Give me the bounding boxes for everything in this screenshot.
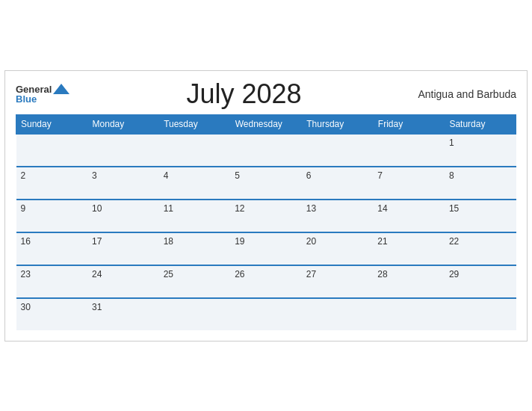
calendar-day-cell: 31	[87, 298, 159, 330]
calendar-day-cell: 16	[16, 232, 88, 265]
calendar-day-cell: 15	[445, 200, 516, 232]
calendar-day-cell: 2	[16, 167, 88, 200]
calendar-day-cell: 22	[445, 232, 516, 265]
day-number: 29	[449, 269, 459, 279]
col-wednesday: Wednesday	[230, 114, 302, 134]
day-number: 9	[21, 203, 26, 214]
calendar-day-cell: 26	[230, 265, 302, 298]
calendar-title: July 2028	[186, 78, 301, 110]
calendar-day-cell: 6	[302, 167, 374, 200]
col-monday: Monday	[87, 114, 159, 134]
calendar-week-row: 23242526272829	[16, 265, 516, 298]
calendar-week-row: 16171819202122	[16, 232, 516, 265]
svg-marker-0	[53, 84, 69, 94]
calendar-day-cell: 1	[445, 134, 516, 167]
calendar-day-cell: 14	[373, 200, 445, 232]
calendar-day-cell	[302, 134, 374, 167]
calendar-day-cell: 11	[159, 200, 231, 232]
calendar-day-cell	[373, 298, 445, 330]
calendar-body: 1234567891011121314151617181920212223242…	[16, 134, 516, 330]
day-number: 23	[21, 269, 31, 279]
calendar-day-cell: 25	[159, 265, 231, 298]
day-number: 26	[235, 269, 244, 279]
day-number: 19	[235, 236, 244, 247]
day-number: 6	[306, 170, 312, 181]
calendar-day-cell: 19	[230, 232, 302, 265]
calendar-day-cell	[159, 134, 231, 167]
day-number: 14	[377, 203, 387, 214]
col-friday: Friday	[373, 114, 445, 134]
day-number: 11	[164, 203, 173, 214]
calendar-day-cell: 24	[87, 265, 159, 298]
logo-flag-icon	[53, 84, 69, 94]
day-number: 13	[306, 203, 316, 214]
day-number: 31	[92, 302, 102, 312]
day-number: 1	[449, 137, 454, 148]
calendar-day-cell: 12	[230, 200, 302, 232]
day-number: 15	[449, 203, 459, 214]
calendar-day-cell: 9	[16, 200, 88, 232]
day-number: 17	[92, 236, 102, 247]
calendar-day-cell: 18	[159, 232, 231, 265]
col-saturday: Saturday	[445, 114, 516, 134]
calendar-day-cell	[16, 134, 88, 167]
day-number: 22	[449, 236, 459, 247]
logo-general-text: General	[16, 84, 52, 94]
calendar-day-cell: 28	[373, 265, 445, 298]
calendar-day-cell: 3	[87, 167, 159, 200]
logo: General Blue	[16, 84, 69, 104]
calendar-day-cell	[159, 298, 231, 330]
calendar-day-cell: 10	[87, 200, 159, 232]
calendar-day-cell: 5	[230, 167, 302, 200]
calendar-day-cell: 21	[373, 232, 445, 265]
calendar-week-row: 3031	[16, 298, 516, 330]
day-number: 5	[235, 170, 240, 181]
day-number: 12	[235, 203, 244, 214]
day-number: 21	[377, 236, 387, 247]
calendar-day-cell: 20	[302, 232, 374, 265]
day-number: 27	[306, 269, 316, 279]
calendar-day-cell	[373, 134, 445, 167]
day-number: 2	[21, 170, 26, 181]
day-number: 30	[21, 302, 31, 312]
col-tuesday: Tuesday	[159, 114, 231, 134]
calendar-day-cell: 8	[445, 167, 516, 200]
day-number: 7	[377, 170, 383, 181]
calendar-day-cell	[87, 134, 159, 167]
day-number: 4	[164, 170, 169, 181]
calendar-day-cell: 27	[302, 265, 374, 298]
day-number: 10	[92, 203, 102, 214]
day-number: 3	[92, 170, 97, 181]
col-thursday: Thursday	[302, 114, 374, 134]
calendar-day-cell	[445, 298, 516, 330]
calendar-day-cell	[230, 298, 302, 330]
day-number: 8	[449, 170, 454, 181]
calendar-day-cell: 4	[159, 167, 231, 200]
calendar-day-cell: 17	[87, 232, 159, 265]
calendar-day-cell: 23	[16, 265, 88, 298]
calendar-table: Sunday Monday Tuesday Wednesday Thursday…	[16, 114, 516, 330]
day-number: 25	[164, 269, 173, 279]
day-number: 16	[21, 236, 31, 247]
day-number: 18	[164, 236, 173, 247]
day-number: 24	[92, 269, 102, 279]
calendar-week-row: 1	[16, 134, 516, 167]
calendar-day-cell: 30	[16, 298, 88, 330]
calendar-container: General Blue July 2028 Antigua and Barbu…	[4, 70, 528, 342]
calendar-week-row: 2345678	[16, 167, 516, 200]
calendar-day-cell	[230, 134, 302, 167]
calendar-week-row: 9101112131415	[16, 200, 516, 232]
day-number: 20	[306, 236, 316, 247]
day-number: 28	[377, 269, 387, 279]
calendar-header-row: Sunday Monday Tuesday Wednesday Thursday…	[16, 114, 516, 134]
col-sunday: Sunday	[16, 114, 88, 134]
calendar-day-cell: 29	[445, 265, 516, 298]
calendar-header: General Blue July 2028 Antigua and Barbu…	[16, 78, 516, 110]
calendar-country: Antigua and Barbuda	[418, 88, 516, 100]
calendar-day-cell: 13	[302, 200, 374, 232]
calendar-day-cell	[302, 298, 374, 330]
logo-blue-text: Blue	[16, 94, 37, 104]
calendar-day-cell: 7	[373, 167, 445, 200]
